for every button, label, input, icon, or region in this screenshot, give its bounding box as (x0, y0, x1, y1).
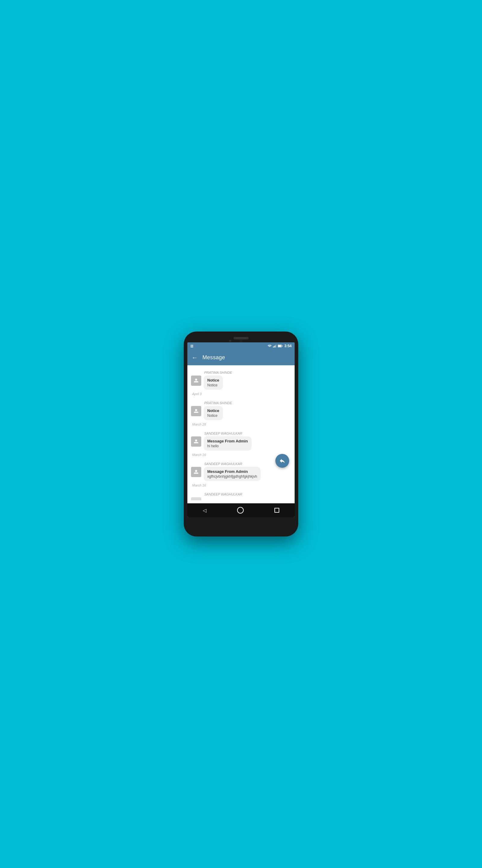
message-row-2: Notice Notice (191, 406, 291, 420)
person-icon-1 (193, 378, 199, 384)
image-icon: 🖼 (190, 344, 193, 348)
msg-body-2: Notice (207, 413, 219, 418)
sender-name-5: SANDEEP WAGHULKAR (204, 493, 291, 496)
person-icon-4 (193, 469, 199, 475)
sender-name-1: PRATIMA SHINDE (204, 371, 291, 374)
bubble-3[interactable]: Message From Admin hi hello (204, 436, 252, 451)
avatar-2 (191, 406, 201, 416)
sender-name-3: SANDEEP WAGHULKAR (204, 432, 291, 435)
date-4: March 16 (191, 484, 291, 487)
app-bar: ← Message (187, 350, 295, 365)
svg-rect-0 (273, 347, 274, 347)
wifi-icon (267, 344, 272, 347)
time-display: 3:54 (284, 344, 292, 348)
bubble-1[interactable]: Notice Notice (204, 375, 223, 390)
speaker (233, 337, 249, 339)
messages-container[interactable]: PRATIMA SHINDE Notice Notice April 3 (187, 365, 295, 500)
avatar-3 (191, 436, 201, 447)
message-row-4: Message From Admin xgfhcjvbnhjgkhfjgdhgh… (191, 467, 291, 481)
svg-rect-5 (282, 345, 282, 347)
message-row-3: Message From Admin hi hello (191, 436, 291, 451)
recent-nav-button[interactable] (275, 508, 279, 513)
msg-body-4: xgfhcjvbnhjgkhfjgdhghfgkjhkjvh (207, 474, 257, 478)
front-camera (229, 340, 231, 342)
camera (239, 339, 243, 342)
msg-body-1: Notice (207, 383, 219, 387)
date-2: March 28 (191, 423, 291, 426)
svg-rect-3 (276, 344, 276, 347)
reply-icon (279, 458, 286, 464)
nav-bar: ◁ (187, 503, 295, 517)
phone-device: 🖼 (184, 332, 298, 536)
svg-rect-6 (278, 345, 281, 347)
date-1: April 3 (191, 392, 291, 396)
avatar-1 (191, 375, 201, 386)
reply-fab[interactable] (275, 454, 289, 468)
msg-title-1: Notice (207, 378, 219, 382)
home-nav-button[interactable] (237, 507, 244, 514)
sender-name-2: PRATIMA SHINDE (204, 401, 291, 405)
message-row-1: Notice Notice (191, 375, 291, 390)
person-icon-5 (193, 499, 199, 500)
phone-screen: 🖼 (187, 342, 295, 517)
message-group-2: PRATIMA SHINDE Notice Notice March 28 (191, 399, 291, 428)
message-row-5 (191, 497, 291, 500)
person-icon-2 (193, 408, 199, 414)
svg-rect-1 (274, 346, 275, 347)
signal-icon (273, 344, 277, 347)
date-3: March 16 (191, 453, 291, 457)
back-button[interactable]: ← (192, 354, 198, 361)
message-group-3: SANDEEP WAGHULKAR Message From Admin hi … (191, 429, 291, 458)
message-group-1: PRATIMA SHINDE Notice Notice April 3 (191, 368, 291, 398)
msg-body-3: hi hello (207, 444, 248, 448)
message-group-5: SANDEEP WAGHULKAR (191, 490, 291, 500)
person-icon-3 (193, 438, 199, 444)
battery-icon (278, 344, 283, 347)
msg-title-4: Message From Admin (207, 469, 257, 474)
bubble-4[interactable]: Message From Admin xgfhcjvbnhjgkhfjgdhgh… (204, 467, 261, 481)
bubble-2[interactable]: Notice Notice (204, 406, 223, 420)
msg-title-2: Notice (207, 408, 219, 413)
msg-title-3: Message From Admin (207, 439, 248, 443)
avatar-4 (191, 467, 201, 477)
svg-rect-2 (275, 345, 275, 347)
status-bar: 🖼 (187, 342, 295, 350)
back-nav-button[interactable]: ◁ (203, 507, 206, 513)
avatar-5 (191, 497, 201, 500)
app-title: Message (202, 354, 225, 361)
status-left: 🖼 (190, 344, 193, 348)
status-right: 3:54 (267, 344, 292, 348)
